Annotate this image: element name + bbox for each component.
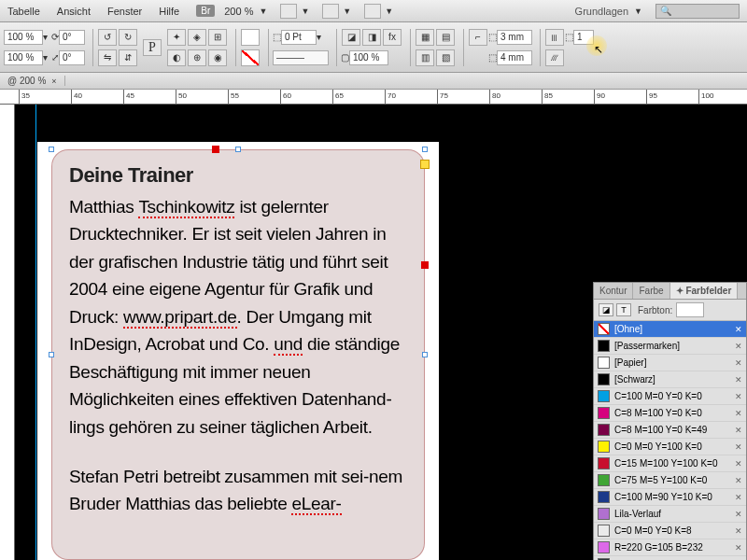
search-input[interactable]: 🔍	[655, 4, 740, 19]
swatch-item[interactable]: [Ohne]✕	[594, 321, 746, 338]
tool-icon[interactable]: ◈	[188, 29, 206, 46]
body-text: Stefan Petri betreibt zusammen mit sei-n…	[69, 463, 407, 518]
menubar: Tabelle Ansicht Fenster Hilfe Br 200 %▼ …	[0, 0, 747, 22]
text-proxy-icon[interactable]: T	[616, 303, 631, 316]
opacity-icon[interactable]: ◨	[362, 29, 381, 46]
rotate-cw-icon[interactable]: ↻	[119, 29, 137, 46]
menu-hilfe[interactable]: Hilfe	[159, 6, 179, 17]
swatch-item[interactable]: C=100 M=90 Y=10 K=0✕	[594, 489, 746, 506]
horizontal-ruler[interactable]: 35404550556065707580859095100	[0, 90, 747, 105]
tint-input[interactable]	[676, 302, 704, 317]
menu-tabelle[interactable]: Tabelle	[7, 6, 40, 17]
dropdown-icon[interactable]: ▼	[301, 7, 309, 16]
screen-mode-icon[interactable]	[322, 4, 339, 19]
wrap-jump-icon[interactable]: ▧	[436, 49, 455, 66]
zoom-dropdown-icon[interactable]: ▼	[259, 7, 267, 16]
menu-fenster[interactable]: Fenster	[107, 6, 142, 17]
rotate-input[interactable]: 0°	[59, 30, 85, 45]
stroke-swatch[interactable]	[241, 49, 260, 66]
dropdown-icon[interactable]: ▾	[43, 32, 48, 42]
tab-kontur[interactable]: Kontur	[594, 283, 633, 299]
swatch-item[interactable]: [Papier]✕	[594, 355, 746, 371]
swatch-item[interactable]: Lila-Verlauf✕	[594, 506, 746, 523]
wrap-shape-icon[interactable]: ▥	[416, 49, 434, 66]
flip-h-icon[interactable]: ⇋	[98, 49, 117, 66]
corner-radius-input[interactable]: 3 mm	[497, 30, 532, 45]
scale-x-input[interactable]: 100 %	[4, 30, 43, 45]
stroke-weight-input[interactable]: 0 Pt	[281, 30, 317, 45]
tool-icon[interactable]: ⊞	[208, 29, 227, 46]
vertical-ruler[interactable]	[0, 105, 15, 560]
arrange-icon[interactable]	[364, 4, 381, 19]
swatch-item[interactable]: C=0 M=0 Y=0 K=8✕	[594, 523, 746, 539]
effects-icon[interactable]: ◪	[342, 29, 360, 46]
fx-icon[interactable]: fx	[383, 29, 402, 46]
wrap-bbox-icon[interactable]: ▤	[436, 29, 455, 46]
tool-icon[interactable]: ◐	[167, 49, 186, 66]
swatch-item[interactable]: R=220 G=105 B=232✕	[594, 539, 746, 556]
corner-live-icon[interactable]	[420, 160, 430, 169]
corner-radius2-input[interactable]: 4 mm	[497, 50, 532, 65]
scale-y-input[interactable]: 100 %	[4, 50, 43, 65]
stroke-style-input[interactable]: ———	[273, 50, 329, 65]
overset-indicator[interactable]	[212, 146, 219, 153]
tool-icon[interactable]: ✦	[167, 29, 186, 46]
swatch-list: [Ohne]✕[Passermarken]✕[Papier]✕[Schwarz]…	[594, 321, 746, 560]
zoom-level[interactable]: 200 %	[224, 6, 253, 17]
gutter-icon[interactable]: ⫻	[545, 49, 564, 66]
swatches-panel: Kontur Farbe ✦ Farbfelder ◪ T Farbton: […	[593, 282, 747, 560]
view-mode-icon[interactable]	[280, 4, 297, 19]
fill-proxy-icon[interactable]: ◪	[599, 303, 613, 316]
columns-icon[interactable]: ⫼	[545, 29, 564, 46]
swatch-item[interactable]: C=0 M=0 Y=100 K=0✕	[594, 439, 746, 455]
swatch-item[interactable]: C=15 M=100 Y=100 K=0✕	[594, 455, 746, 472]
swatch-item[interactable]: C=75 M=5 Y=100 K=0✕	[594, 472, 746, 489]
tool-icon[interactable]: ⊕	[188, 49, 206, 66]
swatch-item[interactable]: [Passermarken]✕	[594, 338, 746, 355]
canvas[interactable]: Deine Trainer Matthias Tschinkowitz ist …	[0, 105, 747, 560]
tool-icon[interactable]: ◉	[208, 49, 227, 66]
close-icon[interactable]: ×	[51, 77, 56, 86]
columns-input[interactable]: 1	[573, 30, 594, 45]
dropdown-icon[interactable]: ▾	[43, 52, 48, 63]
corner-icon[interactable]: ⌐	[469, 29, 487, 46]
tab-farbe[interactable]: Farbe	[633, 283, 669, 299]
tint-label: Farbton:	[638, 305, 672, 315]
selection-handle[interactable]	[235, 147, 241, 152]
selection-handle[interactable]	[422, 352, 428, 357]
swatch-item[interactable]: [Schwarz]✕	[594, 371, 746, 388]
point-type-icon[interactable]: P	[143, 39, 162, 56]
text-frame[interactable]: Deine Trainer Matthias Tschinkowitz ist …	[51, 149, 425, 560]
heading-text: Deine Trainer	[69, 163, 407, 188]
selection-handle[interactable]	[422, 147, 428, 152]
dropdown-icon[interactable]: ▼	[343, 7, 351, 16]
shear-input[interactable]: 0°	[59, 50, 85, 65]
selection-handle[interactable]	[49, 147, 54, 152]
menu-ansicht[interactable]: Ansicht	[57, 6, 91, 17]
document-tab[interactable]: @ 200 %×	[0, 76, 65, 86]
wrap-none-icon[interactable]: ▦	[416, 29, 434, 46]
swatch-item[interactable]: C=80 M=61 Y=61 K=57✕	[594, 556, 746, 560]
document-tabs: @ 200 %×	[0, 73, 747, 90]
swatch-item[interactable]: C=8 M=100 Y=0 K=49✕	[594, 422, 746, 439]
selection-handle[interactable]	[49, 352, 54, 357]
rotate-ccw-icon[interactable]: ↺	[98, 29, 117, 46]
dropdown-icon[interactable]: ▼	[634, 7, 642, 16]
opacity-input[interactable]: 100 %	[349, 50, 388, 65]
bridge-badge[interactable]: Br	[196, 5, 215, 17]
body-text: Matthias Tschinkowitz ist gelernter Druc…	[69, 193, 407, 441]
control-toolbar: 100 %▾ 100 %▾ ⟳0° ⤢0° ↺↻⇋⇵ P ✦◈⊞◐⊕◉ ⬚0 P…	[0, 22, 747, 73]
swatch-item[interactable]: C=8 M=100 Y=0 K=0✕	[594, 405, 746, 422]
dropdown-icon[interactable]: ▼	[385, 7, 393, 16]
dropdown-icon[interactable]: ▾	[317, 32, 321, 42]
flip-v-icon[interactable]: ⇵	[119, 49, 137, 66]
search-icon: 🔍	[660, 6, 671, 16]
guide-line[interactable]	[35, 105, 36, 560]
tab-farbfelder[interactable]: ✦ Farbfelder	[670, 283, 739, 299]
fill-swatch[interactable]	[241, 29, 260, 46]
workspace-label[interactable]: Grundlagen	[575, 6, 629, 17]
overset-indicator[interactable]	[421, 261, 429, 269]
swatch-item[interactable]: C=100 M=0 Y=0 K=0✕	[594, 388, 746, 405]
